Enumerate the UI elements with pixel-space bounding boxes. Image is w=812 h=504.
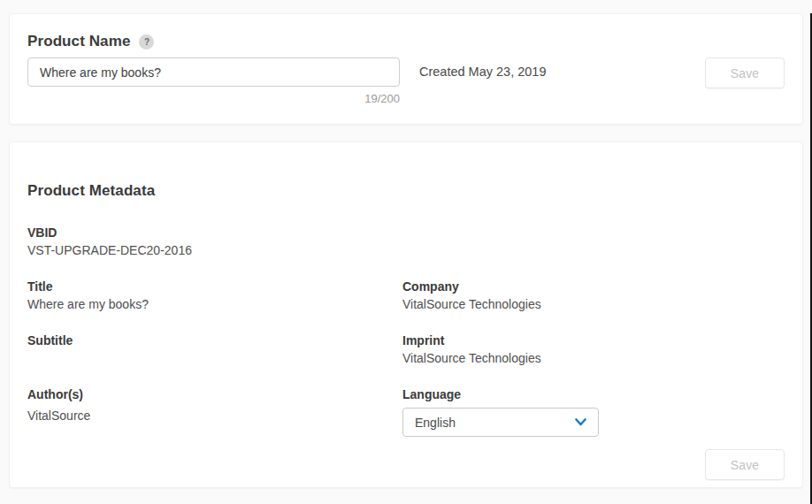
vbid-value: VST-UPGRADE-DEC20-2016 <box>27 242 785 259</box>
product-metadata-card: Product Metadata VBID VST-UPGRADE-DEC20-… <box>9 141 803 488</box>
title-value: Where are my books? <box>27 296 402 313</box>
help-icon[interactable]: ? <box>139 34 154 50</box>
save-button-top[interactable]: Save <box>705 57 785 88</box>
vbid-label: VBID <box>27 225 785 241</box>
company-field: Company VitalSource Technologies <box>402 279 785 313</box>
title-label: Title <box>27 279 402 294</box>
created-date: Created May 23, 2019 <box>419 65 546 79</box>
metadata-footer: Save <box>27 449 785 480</box>
imprint-field: Imprint VitalSource Technologies <box>402 332 785 367</box>
imprint-label: Imprint <box>402 332 785 348</box>
product-name-card: Product Name ? 19/200 Created May 23, 20… <box>9 13 803 125</box>
product-name-row: 19/200 Created May 23, 2019 Save <box>27 57 785 105</box>
language-selected-value: English <box>415 416 575 430</box>
chevron-down-icon <box>575 418 586 426</box>
char-counter: 19/200 <box>27 92 400 105</box>
language-field: Language English <box>402 386 785 437</box>
page: Product Name ? 19/200 Created May 23, 20… <box>0 13 812 504</box>
subtitle-field: Subtitle <box>27 332 402 367</box>
metadata-grid: Title Where are my books? Company VitalS… <box>27 279 785 437</box>
authors-value: VitalSource <box>27 408 402 424</box>
company-value: VitalSource Technologies <box>402 296 785 313</box>
authors-label: Author(s) <box>27 386 402 402</box>
imprint-value: VitalSource Technologies <box>402 350 785 367</box>
subtitle-label: Subtitle <box>27 332 402 348</box>
product-metadata-title: Product Metadata <box>27 182 785 200</box>
language-label: Language <box>402 386 785 402</box>
product-name-header: Product Name ? <box>27 33 785 50</box>
product-name-title: Product Name <box>27 33 130 50</box>
company-label: Company <box>402 279 785 294</box>
product-name-input-group: 19/200 <box>27 57 400 105</box>
product-name-input[interactable] <box>27 57 400 87</box>
subtitle-value <box>27 350 402 367</box>
vbid-field: VBID VST-UPGRADE-DEC20-2016 <box>27 225 785 259</box>
title-field: Title Where are my books? <box>27 279 402 313</box>
save-button-bottom[interactable]: Save <box>705 449 785 480</box>
language-select[interactable]: English <box>402 408 599 437</box>
authors-field: Author(s) VitalSource <box>27 386 402 437</box>
